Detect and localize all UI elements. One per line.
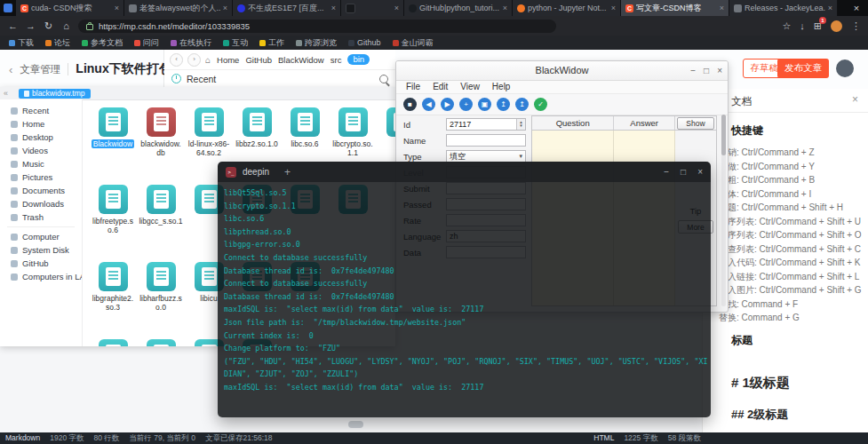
browser-tab[interactable]: C写文章-CSDN博客× [621,0,729,16]
bookmark-item[interactable]: 工作 [259,37,284,49]
breadcrumb-item[interactable]: Home [217,55,239,65]
file-item[interactable]: libharfbuzz.so.0 [137,259,185,337]
field-input-id[interactable]: 27117▲▼ [446,118,526,131]
profile-avatar[interactable] [831,20,842,32]
fm-forward-button[interactable]: › [187,53,201,67]
bookmark-item[interactable]: 在线执行 [171,37,211,49]
field-input-type[interactable]: 填空▾ [446,150,526,163]
tab-close-icon[interactable]: × [720,4,724,12]
tab-close-icon[interactable]: × [394,4,399,12]
sidebar-item-recent[interactable]: Recent [0,104,82,117]
file-item[interactable]: libfreetype.so.6 [89,182,137,259]
terminal-content[interactable]: libQt5Sql.so.5libcrypto.so.1.1libc.so.6l… [218,182,711,417]
breadcrumb-item[interactable]: bin [347,54,370,65]
bookmark-item[interactable]: 参考文档 [82,37,123,49]
sidebar-item-github[interactable]: GitHub [0,257,82,270]
menu-view[interactable]: View [454,81,486,93]
prev-button-icon[interactable]: ◀ [422,98,435,111]
fm-active-tab[interactable]: blackwidow.tmp [19,89,91,99]
sidebar-item-downloads[interactable]: Downloads [0,197,82,210]
menu-kebab-icon[interactable]: ⋮ [851,20,861,32]
file-item[interactable]: Blackwidow [89,105,137,182]
sidebar-item-desktop[interactable]: Desktop [0,131,82,144]
sidebar-item-home[interactable]: Home [0,117,82,131]
sidebar-item-videos[interactable]: Videos [0,144,82,157]
file-item[interactable]: libgraphite2.so.3 [89,259,137,337]
minimize-icon[interactable]: − [690,61,696,80]
terminal-new-tab-icon[interactable]: + [284,166,291,178]
breadcrumb-item[interactable]: src [330,55,342,65]
blackwidow-titlebar[interactable]: BlackWidow − □ × [396,61,728,81]
sidebar-item-computer[interactable]: Computer [0,230,82,243]
browser-tab[interactable]: Releases - JackeyLea...× [729,0,838,16]
delete-button-icon[interactable]: ▣ [478,98,491,111]
search-icon[interactable] [379,75,388,83]
bookmark-item[interactable]: 跨源浏览 [296,37,337,49]
browser-tab[interactable]: Ccuda- CSDN搜索× [16,0,124,16]
fm-back-button[interactable]: ‹ [170,53,183,67]
menu-file[interactable]: File [400,81,426,93]
bookmark-item[interactable]: 互动 [223,37,248,49]
browser-tab[interactable]: 不生成ES1E7 [百度...× [233,0,341,16]
file-item[interactable]: libgcc_s.so.1 [137,182,185,259]
browser-tab[interactable]: × [341,0,404,16]
blackwidow-scrollbar[interactable] [721,115,726,306]
add-button-icon[interactable]: + [459,98,473,111]
extensions-icon[interactable]: ⊞1 [814,20,822,32]
file-item[interactable] [89,337,137,346]
file-item[interactable] [137,337,185,346]
sidebar-item-trash[interactable]: Trash [0,210,82,224]
browser-tab[interactable]: GitHub|python_tutori...× [404,0,513,16]
sidebar-item-music[interactable]: Music [0,157,82,170]
sidebar-item-computers-in-lan[interactable]: Computers in LAN [0,270,82,283]
maximize-icon[interactable]: □ [681,167,686,177]
sidebar-item-pictures[interactable]: Pictures [0,170,82,184]
field-input-name[interactable] [446,134,526,147]
tab-close-icon[interactable]: × [223,4,227,12]
terminal-titlebar[interactable]: >_ deepin + − □ × [218,162,711,182]
back-icon[interactable]: ← [7,20,19,31]
spinner-icon[interactable]: ▲▼ [516,119,525,130]
upload-button-icon[interactable]: ↥ [515,98,529,111]
bookmark-star-icon[interactable]: ☆ [782,20,791,32]
close-icon[interactable]: × [697,167,703,177]
fm-view-label[interactable]: Recent [187,74,216,84]
stop-button-icon[interactable]: ■ [403,98,417,111]
help-panel-close-icon[interactable]: × [852,93,858,106]
refresh-icon[interactable]: ↻ [43,20,54,32]
tab-close-icon[interactable]: × [828,4,832,12]
scrollbar-thumb[interactable] [348,421,363,428]
next-button-icon[interactable]: ▶ [441,98,454,111]
browser-tab[interactable]: 老签alwayswet的个人...× [124,0,233,16]
back-chevron-icon[interactable]: ‹ [9,63,12,76]
bookmark-item[interactable]: Github [348,38,381,47]
download-icon[interactable]: ↓ [800,20,805,31]
sidebar-item-documents[interactable]: Documents [0,184,82,197]
sidebar-item-system-disk[interactable]: System Disk [0,243,82,257]
tab-close-icon[interactable]: × [611,4,616,12]
browser-window-close-icon[interactable]: × [845,0,868,16]
article-manage-link[interactable]: 文章管理 [20,63,60,76]
breadcrumb-item[interactable]: GitHub [245,55,272,65]
user-avatar[interactable] [836,59,854,77]
menu-help[interactable]: Help [486,81,517,93]
file-item[interactable]: blackwidow.db [137,105,185,182]
bookmark-item[interactable]: 金山词霸 [393,37,434,49]
tab-close-icon[interactable]: × [331,4,336,12]
home-icon[interactable]: ⌂ [60,20,72,31]
move-up-button-icon[interactable]: ↥ [497,98,510,111]
bookmark-item[interactable]: 论坛 [45,37,70,49]
bookmark-item[interactable]: 问问 [134,37,159,49]
menu-edit[interactable]: Edit [426,81,454,93]
show-button[interactable]: Show [677,117,714,130]
tab-close-icon[interactable]: × [115,4,119,12]
minimize-icon[interactable]: − [664,167,669,177]
close-icon[interactable]: × [717,61,722,80]
forward-icon[interactable]: → [25,20,36,31]
publish-button[interactable]: 发布文章 [777,59,829,78]
url-bar[interactable]: https://mp.csdn.net/mdeditor/103339835 [78,20,556,33]
confirm-button-icon[interactable]: ✓ [534,98,547,111]
breadcrumb-item[interactable]: BlackWidow [278,55,324,65]
tab-scroll-left-icon[interactable]: « [4,89,8,98]
maximize-icon[interactable]: □ [704,61,709,80]
